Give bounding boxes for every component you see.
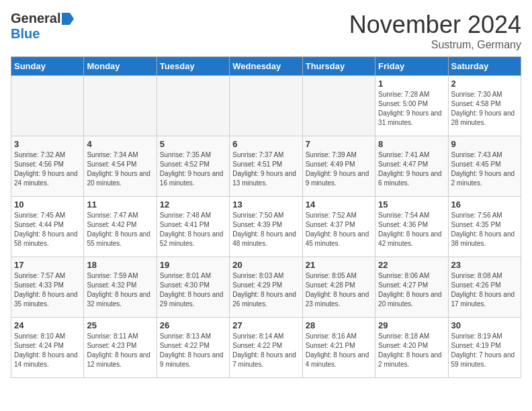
day-info: Sunrise: 7:47 AM Sunset: 4:42 PM Dayligh…	[87, 211, 153, 248]
day-number: 15	[378, 199, 445, 210]
day-info: Sunrise: 7:54 AM Sunset: 4:36 PM Dayligh…	[378, 211, 445, 248]
day-info: Sunrise: 8:11 AM Sunset: 4:23 PM Dayligh…	[87, 332, 153, 369]
calendar-cell: 5Sunrise: 7:35 AM Sunset: 4:52 PM Daylig…	[157, 136, 229, 197]
weekday-header: Tuesday	[157, 57, 229, 76]
day-number: 20	[232, 260, 299, 270]
calendar-cell: 30Sunrise: 8:19 AM Sunset: 4:19 PM Dayli…	[448, 318, 521, 378]
calendar-cell: 25Sunrise: 8:11 AM Sunset: 4:23 PM Dayli…	[84, 318, 157, 378]
day-info: Sunrise: 8:08 AM Sunset: 4:26 PM Dayligh…	[451, 271, 518, 309]
day-info: Sunrise: 8:03 AM Sunset: 4:29 PM Dayligh…	[232, 271, 299, 309]
day-number: 23	[451, 260, 518, 270]
day-number: 18	[87, 260, 153, 270]
day-number: 4	[87, 139, 153, 149]
day-info: Sunrise: 7:50 AM Sunset: 4:39 PM Dayligh…	[232, 211, 299, 248]
day-number: 1	[378, 79, 445, 89]
location: Sustrum, Germany	[349, 39, 521, 51]
calendar-cell: 16Sunrise: 7:56 AM Sunset: 4:35 PM Dayli…	[448, 197, 521, 257]
day-info: Sunrise: 8:05 AM Sunset: 4:28 PM Dayligh…	[306, 271, 372, 309]
page-header: General Blue November 2024 Sustrum, Germ…	[11, 11, 521, 51]
day-number: 17	[14, 260, 81, 270]
day-number: 6	[232, 139, 299, 149]
day-number: 22	[378, 260, 445, 270]
calendar-cell: 7Sunrise: 7:39 AM Sunset: 4:49 PM Daylig…	[302, 136, 375, 197]
day-number: 8	[378, 139, 445, 149]
day-number: 24	[14, 320, 81, 330]
calendar-cell: 23Sunrise: 8:08 AM Sunset: 4:26 PM Dayli…	[448, 257, 521, 318]
calendar-cell: 2Sunrise: 7:30 AM Sunset: 4:58 PM Daylig…	[448, 76, 521, 136]
logo: General Blue	[11, 11, 74, 42]
day-number: 19	[160, 260, 226, 270]
calendar-cell: 8Sunrise: 7:41 AM Sunset: 4:47 PM Daylig…	[375, 136, 448, 197]
weekday-header: Friday	[375, 57, 448, 76]
day-info: Sunrise: 7:37 AM Sunset: 4:51 PM Dayligh…	[232, 150, 299, 188]
calendar-cell: 20Sunrise: 8:03 AM Sunset: 4:29 PM Dayli…	[230, 257, 302, 318]
weekday-header: Thursday	[302, 57, 375, 76]
calendar-table: SundayMondayTuesdayWednesdayThursdayFrid…	[11, 56, 521, 378]
calendar-cell: 1Sunrise: 7:28 AM Sunset: 5:00 PM Daylig…	[375, 76, 448, 136]
calendar-cell: 18Sunrise: 7:59 AM Sunset: 4:32 PM Dayli…	[84, 257, 157, 318]
logo-general: General	[11, 11, 60, 26]
day-number: 21	[306, 260, 372, 270]
day-number: 30	[451, 320, 518, 330]
day-info: Sunrise: 8:06 AM Sunset: 4:27 PM Dayligh…	[378, 271, 445, 309]
calendar-cell: 3Sunrise: 7:32 AM Sunset: 4:56 PM Daylig…	[11, 136, 84, 197]
calendar-cell	[84, 76, 157, 136]
day-info: Sunrise: 7:39 AM Sunset: 4:49 PM Dayligh…	[306, 150, 372, 188]
day-info: Sunrise: 7:52 AM Sunset: 4:37 PM Dayligh…	[306, 211, 372, 248]
day-number: 29	[378, 320, 445, 330]
calendar-cell: 6Sunrise: 7:37 AM Sunset: 4:51 PM Daylig…	[230, 136, 302, 197]
calendar-cell: 19Sunrise: 8:01 AM Sunset: 4:30 PM Dayli…	[157, 257, 229, 318]
day-info: Sunrise: 8:14 AM Sunset: 4:22 PM Dayligh…	[232, 332, 299, 369]
day-number: 14	[306, 199, 372, 210]
day-info: Sunrise: 8:18 AM Sunset: 4:20 PM Dayligh…	[378, 332, 445, 369]
day-number: 26	[160, 320, 226, 330]
day-info: Sunrise: 7:57 AM Sunset: 4:33 PM Dayligh…	[14, 271, 81, 309]
day-number: 13	[232, 199, 299, 210]
day-info: Sunrise: 7:43 AM Sunset: 4:45 PM Dayligh…	[451, 150, 518, 188]
calendar-cell: 17Sunrise: 7:57 AM Sunset: 4:33 PM Dayli…	[11, 257, 84, 318]
calendar-cell: 13Sunrise: 7:50 AM Sunset: 4:39 PM Dayli…	[230, 197, 302, 257]
calendar-cell: 4Sunrise: 7:34 AM Sunset: 4:54 PM Daylig…	[84, 136, 157, 197]
calendar-cell	[157, 76, 229, 136]
day-info: Sunrise: 7:34 AM Sunset: 4:54 PM Dayligh…	[87, 150, 153, 188]
day-info: Sunrise: 7:56 AM Sunset: 4:35 PM Dayligh…	[451, 211, 518, 248]
day-info: Sunrise: 7:45 AM Sunset: 4:44 PM Dayligh…	[14, 211, 81, 248]
day-info: Sunrise: 7:30 AM Sunset: 4:58 PM Dayligh…	[451, 90, 518, 128]
logo-icon	[62, 13, 74, 25]
day-number: 2	[451, 79, 518, 89]
day-info: Sunrise: 8:16 AM Sunset: 4:21 PM Dayligh…	[306, 332, 372, 369]
calendar-cell: 12Sunrise: 7:48 AM Sunset: 4:41 PM Dayli…	[157, 197, 229, 257]
calendar-week-row: 3Sunrise: 7:32 AM Sunset: 4:56 PM Daylig…	[11, 136, 521, 197]
day-number: 7	[306, 139, 372, 149]
svg-marker-0	[62, 13, 74, 25]
month-title: November 2024	[349, 11, 521, 39]
weekday-header: Wednesday	[230, 57, 302, 76]
calendar-week-row: 17Sunrise: 7:57 AM Sunset: 4:33 PM Dayli…	[11, 257, 521, 318]
calendar-cell: 9Sunrise: 7:43 AM Sunset: 4:45 PM Daylig…	[448, 136, 521, 197]
day-number: 3	[14, 139, 81, 149]
calendar-week-row: 1Sunrise: 7:28 AM Sunset: 5:00 PM Daylig…	[11, 76, 521, 136]
day-info: Sunrise: 7:35 AM Sunset: 4:52 PM Dayligh…	[160, 150, 226, 188]
calendar-cell: 28Sunrise: 8:16 AM Sunset: 4:21 PM Dayli…	[302, 318, 375, 378]
logo-blue: Blue	[11, 26, 40, 41]
day-info: Sunrise: 7:59 AM Sunset: 4:32 PM Dayligh…	[87, 271, 153, 309]
day-info: Sunrise: 8:01 AM Sunset: 4:30 PM Dayligh…	[160, 271, 226, 309]
calendar-week-row: 24Sunrise: 8:10 AM Sunset: 4:24 PM Dayli…	[11, 318, 521, 378]
day-info: Sunrise: 7:32 AM Sunset: 4:56 PM Dayligh…	[14, 150, 81, 188]
calendar-cell	[302, 76, 375, 136]
day-number: 28	[306, 320, 372, 330]
title-block: November 2024 Sustrum, Germany	[349, 11, 521, 51]
calendar-cell: 14Sunrise: 7:52 AM Sunset: 4:37 PM Dayli…	[302, 197, 375, 257]
calendar-cell	[230, 76, 302, 136]
day-number: 9	[451, 139, 518, 149]
day-info: Sunrise: 7:28 AM Sunset: 5:00 PM Dayligh…	[378, 90, 445, 128]
calendar-cell: 22Sunrise: 8:06 AM Sunset: 4:27 PM Dayli…	[375, 257, 448, 318]
day-number: 5	[160, 139, 226, 149]
day-number: 10	[14, 199, 81, 210]
day-number: 12	[160, 199, 226, 210]
calendar-cell: 29Sunrise: 8:18 AM Sunset: 4:20 PM Dayli…	[375, 318, 448, 378]
day-number: 27	[232, 320, 299, 330]
calendar-cell: 27Sunrise: 8:14 AM Sunset: 4:22 PM Dayli…	[230, 318, 302, 378]
weekday-header: Sunday	[11, 57, 84, 76]
weekday-header: Saturday	[448, 57, 521, 76]
